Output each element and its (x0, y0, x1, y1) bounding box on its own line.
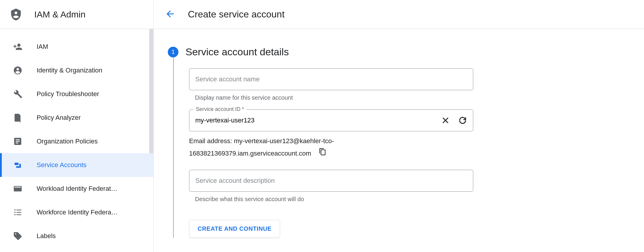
step-body: Display name for this service account Se… (173, 58, 644, 238)
sidebar-item-label: Organization Policies (37, 138, 98, 145)
sidebar-item-label: Workload Identity Federat… (37, 185, 118, 193)
article-icon (13, 137, 22, 146)
service-account-description-input[interactable] (195, 177, 467, 185)
sidebar-item-label: Identity & Organization (37, 67, 103, 74)
service-account-name-input-wrapper (189, 68, 473, 90)
email-address-block: Email address: my-vertexai-user123@kaehl… (189, 135, 644, 160)
back-arrow-icon[interactable] (165, 9, 188, 20)
form-group-id: Service account ID * Email address: my-v… (189, 109, 644, 160)
service-account-description-input-wrapper (189, 170, 473, 192)
step-title: Service account details (186, 46, 289, 58)
clear-icon[interactable] (441, 116, 450, 125)
id-floating-label: Service account ID * (193, 106, 246, 112)
account-circle-icon (13, 66, 22, 75)
form-group-name: Display name for this service account (189, 68, 644, 101)
sidebar-item-workload-identity[interactable]: Workload Identity Federat… (0, 177, 153, 201)
sidebar-item-label: Policy Analyzer (37, 114, 81, 122)
sidebar-item-label: IAM (37, 43, 48, 51)
sidebar-title: IAM & Admin (34, 9, 85, 20)
list-icon (13, 208, 22, 217)
page-title: Create service account (188, 9, 284, 20)
email-line2: 1683821369379.iam.gserviceaccount.com (189, 147, 311, 160)
main-content: 1 Service account details Display name f… (154, 29, 644, 238)
shield-user-icon (9, 8, 22, 21)
sidebar: IAM & Admin IAM Identity & Organization … (0, 0, 154, 252)
badge-icon (13, 184, 22, 193)
main-header: Create service account (154, 0, 644, 29)
sidebar-item-labels[interactable]: Labels (0, 224, 153, 248)
step-number-badge: 1 (168, 47, 178, 57)
service-account-id-input[interactable] (195, 117, 441, 124)
main: Create service account 1 Service account… (154, 0, 644, 252)
sidebar-item-iam[interactable]: IAM (0, 35, 153, 59)
email-line1: my-vertexai-user123@kaehler-tco- (234, 137, 334, 145)
sidebar-item-policy-analyzer[interactable]: Policy Analyzer (0, 106, 153, 130)
description-helper-text: Describe what this service account will … (189, 192, 644, 203)
sidebar-item-label: Workforce Identity Federa… (37, 209, 118, 216)
sidebar-item-service-accounts[interactable]: Service Accounts (0, 153, 153, 177)
service-account-icon (13, 160, 22, 170)
policy-doc-icon (13, 113, 22, 122)
person-add-icon (13, 42, 22, 51)
tag-icon (13, 231, 22, 241)
sidebar-item-policy-troubleshooter[interactable]: Policy Troubleshooter (0, 82, 153, 106)
sidebar-item-identity-org[interactable]: Identity & Organization (0, 59, 153, 82)
sidebar-header: IAM & Admin (0, 0, 153, 29)
wrench-icon (13, 89, 22, 99)
step-header: 1 Service account details (168, 46, 644, 58)
sidebar-item-label: Policy Troubleshooter (37, 90, 99, 98)
form-group-description: Describe what this service account will … (189, 170, 644, 203)
refresh-icon[interactable] (458, 116, 467, 125)
sidebar-item-org-policies[interactable]: Organization Policies (0, 130, 153, 153)
create-and-continue-button[interactable]: CREATE AND CONTINUE (189, 220, 280, 238)
sidebar-item-label: Service Accounts (37, 161, 87, 169)
name-helper-text: Display name for this service account (189, 90, 644, 101)
sidebar-item-workforce-identity[interactable]: Workforce Identity Federa… (0, 201, 153, 224)
sidebar-nav: IAM Identity & Organization Policy Troub… (0, 29, 153, 252)
email-prefix: Email address: (189, 137, 234, 145)
service-account-id-input-wrapper: Service account ID * (189, 109, 473, 131)
copy-icon[interactable] (319, 147, 326, 160)
sidebar-item-label: Labels (37, 232, 56, 240)
service-account-name-input[interactable] (195, 75, 467, 83)
